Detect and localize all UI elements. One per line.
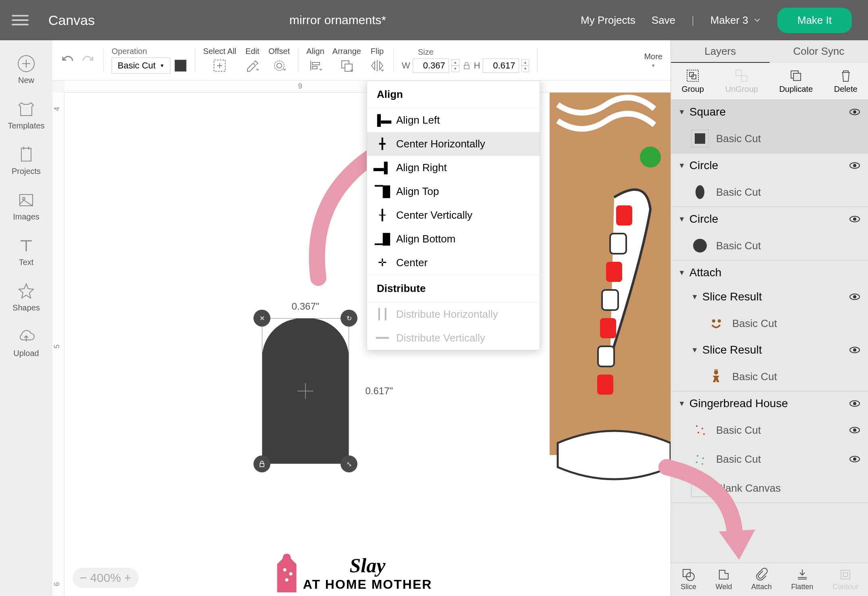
- flatten-button[interactable]: Flatten: [791, 568, 813, 591]
- delete-handle-icon[interactable]: ✕: [253, 310, 270, 327]
- sidebar-item-images[interactable]: Images: [0, 185, 52, 227]
- layer-child[interactable]: Basic Cut: [671, 362, 868, 391]
- eye-icon[interactable]: [849, 397, 861, 410]
- sidebar-item-shapes[interactable]: Shapes: [0, 276, 52, 318]
- caret-icon[interactable]: ▼: [678, 161, 685, 170]
- flip-button[interactable]: Flip: [369, 47, 385, 74]
- layer-child[interactable]: Basic Cut: [671, 309, 868, 338]
- ruler-v-tick-label: 5: [53, 344, 61, 348]
- align-left-item[interactable]: ▐▬Align Left: [367, 108, 540, 132]
- action-label: Weld: [716, 583, 732, 591]
- make-it-button[interactable]: Make It: [777, 8, 852, 33]
- action-label: Slice: [681, 583, 696, 591]
- arrange-icon: [338, 58, 355, 74]
- arrange-button[interactable]: Arrange: [332, 47, 361, 74]
- duplicate-button[interactable]: Duplicate: [779, 68, 813, 94]
- zoom-control[interactable]: − 400% +: [73, 568, 139, 588]
- caret-icon[interactable]: ▼: [691, 346, 698, 354]
- select-all-button[interactable]: Select All: [203, 47, 236, 74]
- layer-row[interactable]: ▼Slice Result: [671, 285, 868, 309]
- undo-icon[interactable]: [60, 53, 76, 68]
- align-top-item[interactable]: ▔█Align Top: [367, 180, 540, 203]
- sidebar-item-new[interactable]: New: [0, 48, 52, 91]
- menu-hamburger-icon[interactable]: [0, 15, 40, 25]
- layer-row[interactable]: ▼Circle: [671, 153, 868, 178]
- operation-select[interactable]: Basic Cut ▼: [112, 58, 170, 74]
- caret-icon[interactable]: ▼: [678, 108, 685, 116]
- layer-row[interactable]: ▼Square: [671, 100, 868, 124]
- more-button[interactable]: More ▼: [644, 52, 662, 68]
- height-stepper[interactable]: ▲▼: [521, 59, 530, 72]
- caret-icon[interactable]: ▼: [678, 215, 685, 224]
- align-button[interactable]: Align: [306, 47, 324, 74]
- slice-button[interactable]: Slice: [681, 568, 696, 591]
- layer-row[interactable]: ▼Circle: [671, 207, 868, 231]
- size-label: Size: [402, 48, 529, 57]
- layer-child[interactable]: Basic Cut: [671, 124, 868, 153]
- layer-child[interactable]: Blank Canvas: [671, 474, 868, 503]
- caret-icon[interactable]: ▼: [678, 269, 685, 277]
- layer-op: Basic Cut: [716, 132, 761, 145]
- redo-icon[interactable]: [80, 53, 95, 68]
- eye-icon[interactable]: [849, 291, 861, 303]
- gingerbread-shape[interactable]: [550, 93, 671, 495]
- eye-icon[interactable]: [849, 159, 861, 172]
- offset-button[interactable]: Offset: [268, 47, 290, 74]
- lock-handle-icon[interactable]: [253, 455, 270, 472]
- layer-thumbnail: [707, 368, 725, 385]
- layer-name: Circle: [689, 159, 845, 172]
- machine-selector[interactable]: Maker 3: [710, 14, 761, 27]
- tab-color-sync[interactable]: Color Sync: [770, 40, 868, 63]
- center-vertically-item[interactable]: ╂Center Vertically: [367, 203, 540, 227]
- caret-icon[interactable]: ▼: [678, 399, 685, 408]
- width-stepper[interactable]: ▲▼: [451, 59, 459, 72]
- svg-rect-26: [736, 70, 741, 76]
- distribute-header: Distribute: [367, 275, 540, 302]
- layer-child[interactable]: Basic Cut: [671, 445, 868, 474]
- canvas-area[interactable]: 9 4 5 6: [52, 81, 671, 596]
- caret-icon[interactable]: ▼: [691, 293, 698, 301]
- flatten-icon: [795, 568, 809, 582]
- layer-child[interactable]: Basic Cut: [671, 231, 868, 260]
- zoom-out-icon[interactable]: −: [80, 571, 87, 585]
- layer-row[interactable]: ▼Slice Result: [671, 338, 868, 362]
- svg-point-55: [702, 463, 703, 465]
- eye-icon[interactable]: [849, 106, 861, 118]
- sidebar-item-upload[interactable]: Upload: [0, 321, 52, 364]
- svg-point-20: [283, 568, 287, 571]
- eye-icon[interactable]: [849, 424, 861, 436]
- eye-icon[interactable]: [849, 453, 861, 465]
- layer-row[interactable]: ▼Gingerbread House: [671, 391, 868, 416]
- sidebar-item-text[interactable]: Text: [0, 230, 52, 273]
- align-bottom-item[interactable]: ▁█Align Bottom: [367, 227, 540, 251]
- save-link[interactable]: Save: [652, 14, 675, 27]
- center-item[interactable]: ✛Center: [367, 251, 540, 275]
- color-swatch[interactable]: [174, 60, 187, 72]
- attach-button[interactable]: Attach: [751, 568, 772, 591]
- center-horizontally-item[interactable]: ╋Center Horizontally: [367, 132, 540, 156]
- layer-child[interactable]: Basic Cut: [671, 416, 868, 445]
- action-label: Group: [681, 85, 704, 94]
- align-right-item[interactable]: ▬▌Align Right: [367, 156, 540, 180]
- eye-icon[interactable]: [849, 213, 861, 225]
- resize-handle-icon[interactable]: ⤡: [341, 455, 357, 472]
- lock-icon[interactable]: [462, 61, 471, 70]
- height-input[interactable]: [483, 58, 519, 73]
- zoom-in-icon[interactable]: +: [124, 571, 131, 585]
- machine-label: Maker 3: [710, 14, 748, 27]
- layer-child[interactable]: Basic Cut: [671, 178, 868, 207]
- width-input[interactable]: [413, 58, 449, 73]
- sidebar-item-projects[interactable]: Projects: [0, 139, 52, 182]
- weld-button[interactable]: Weld: [716, 568, 732, 591]
- eye-icon[interactable]: [849, 344, 861, 356]
- my-projects-link[interactable]: My Projects: [581, 14, 635, 27]
- sidebar-item-templates[interactable]: Templates: [0, 94, 52, 136]
- layer-row[interactable]: ▼Attach: [671, 261, 868, 285]
- tab-layers[interactable]: Layers: [671, 40, 770, 63]
- delete-button[interactable]: Delete: [834, 68, 858, 94]
- edit-button[interactable]: Edit: [244, 47, 260, 74]
- offset-icon: [271, 58, 287, 74]
- rotate-handle-icon[interactable]: ↻: [341, 310, 357, 327]
- ruler-h-tick-label: 9: [298, 82, 302, 91]
- group-button[interactable]: Group: [681, 68, 704, 94]
